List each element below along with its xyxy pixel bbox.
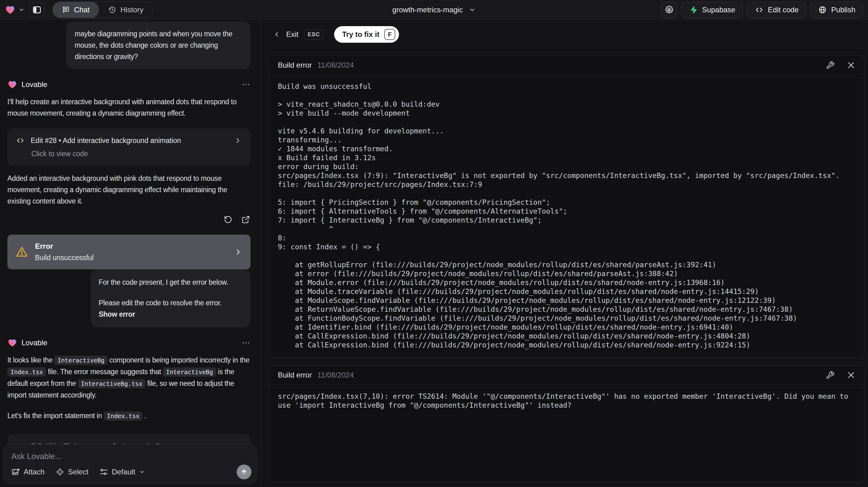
build-error-header: Build error 11/08/2024: [269, 366, 864, 385]
more-options-icon[interactable]: [241, 338, 250, 347]
error-card[interactable]: Error Build unsuccessful: [7, 235, 250, 269]
error-cards-column: Build error 11/08/2024 Build was unsucce…: [269, 55, 864, 483]
gear-icon: [665, 5, 674, 14]
user-message: maybe diagramming points and when you mo…: [66, 22, 250, 69]
mode-dropdown[interactable]: Default: [100, 468, 145, 476]
open-preview-icon[interactable]: [241, 215, 250, 224]
lovable-app-window: Chat History growth-metrics-magic: [0, 0, 868, 487]
project-selector[interactable]: growth-metrics-magic: [392, 5, 475, 14]
assistant-text: It looks like the InteractiveBg componen…: [7, 355, 250, 401]
build-error-date: 11/08/2024: [317, 371, 354, 379]
chat-history-toggle: Chat History: [52, 2, 153, 18]
select-button[interactable]: Select: [56, 468, 89, 476]
fix-label: Try to fix it: [342, 30, 379, 39]
composer: Ask Lovable... Attach Select: [3, 444, 257, 484]
edit-card-subtitle: Click to view code: [31, 150, 242, 158]
tab-history-label: History: [121, 5, 144, 14]
project-name: growth-metrics-magic: [392, 5, 463, 14]
user-message: For the code present, I get the error be…: [91, 269, 250, 328]
error-card-texts: Error Build unsuccessful: [35, 242, 94, 262]
build-error-actions: [826, 371, 856, 379]
crosshair-icon: [56, 468, 64, 476]
build-error-actions: [826, 61, 856, 69]
try-to-fix-button[interactable]: Try to fix it F: [334, 26, 399, 43]
inline-code: InteractiveBg: [163, 367, 216, 377]
sidebar-toggle-button[interactable]: [30, 2, 44, 17]
chat-bubble-icon: [62, 6, 70, 14]
sliders-icon: [100, 468, 108, 476]
fix-wrench-icon[interactable]: [826, 371, 835, 379]
publish-button[interactable]: Publish: [810, 2, 863, 18]
close-icon[interactable]: [847, 371, 856, 379]
chat-input[interactable]: Ask Lovable...: [11, 452, 249, 461]
spacer: [99, 288, 243, 297]
lovable-heart-icon: [5, 5, 16, 15]
chat-scroll-area[interactable]: maybe diagramming points and when you mo…: [0, 20, 260, 472]
top-bar-right: Supabase Edit code Publish: [661, 2, 868, 18]
lovable-heart-icon: [7, 80, 17, 89]
more-options-icon[interactable]: [241, 80, 250, 89]
build-error-card-1: Build error 11/08/2024 Build was unsucce…: [269, 55, 864, 357]
user-message-line: For the code present, I get the error be…: [99, 277, 243, 288]
supabase-button[interactable]: Supabase: [681, 2, 743, 18]
top-bar: Chat History growth-metrics-magic: [0, 0, 868, 20]
assistant-name: Lovable: [22, 338, 47, 347]
code-brackets-icon: [16, 136, 25, 145]
assistant-text: I'll help create an interactive backgrou…: [7, 96, 250, 119]
build-log: src/pages/Index.tsx(7,10): error TS2614:…: [269, 385, 864, 417]
lovable-heart-icon: [7, 338, 17, 348]
attach-button[interactable]: Attach: [11, 468, 44, 476]
attach-label: Attach: [24, 468, 44, 476]
tab-history[interactable]: History: [99, 2, 153, 18]
inline-code: InteractiveBg: [54, 356, 107, 365]
lovable-logo-menu[interactable]: [5, 5, 25, 15]
build-error-date: 11/08/2024: [317, 61, 354, 69]
image-plus-icon: [11, 468, 20, 476]
edit-card-head: Edit #28 • Add interactive background an…: [16, 136, 242, 145]
chevron-right-icon: [234, 248, 243, 256]
supabase-bolt-icon: [689, 5, 698, 14]
build-error-card-2: Build error 11/08/2024 src/pages/Index.t…: [269, 365, 864, 483]
edit-code-label: Edit code: [768, 5, 799, 14]
retry-icon[interactable]: [223, 215, 233, 224]
esc-kbd-badge: ESC: [304, 30, 324, 40]
history-icon: [108, 6, 116, 14]
chevron-left-icon: [273, 31, 281, 38]
tab-chat[interactable]: Chat: [53, 2, 99, 18]
select-label: Select: [68, 468, 89, 476]
edit-card-28[interactable]: Edit #28 • Add interactive background an…: [7, 128, 250, 166]
assistant-text: Added an interactive background with pin…: [7, 173, 250, 207]
user-message-line: Please edit the code to resolve the erro…: [99, 297, 243, 309]
chevron-right-icon: [234, 136, 242, 145]
assistant-message-header: Lovable: [7, 338, 250, 348]
send-button[interactable]: [237, 464, 251, 479]
mode-label: Default: [112, 468, 135, 476]
exit-label: Exit: [286, 30, 299, 39]
inline-code: InteractiveBg.tsx: [78, 379, 145, 388]
message-actions: [7, 215, 250, 224]
exit-button[interactable]: Exit ESC: [273, 30, 324, 40]
chevron-down-icon: [469, 6, 476, 13]
assistant-message-header: Lovable: [7, 80, 250, 89]
preview-header: Exit ESC Try to fix it F: [261, 26, 868, 43]
show-error-label: Show error: [99, 309, 243, 320]
panel-left-icon: [32, 5, 41, 14]
error-card-title: Error: [35, 242, 94, 250]
publish-label: Publish: [831, 5, 856, 14]
build-error-title: Build error: [278, 61, 312, 69]
warning-triangle-icon: [16, 246, 28, 258]
inline-code: Index.tsx: [7, 367, 46, 377]
settings-button[interactable]: [661, 2, 677, 18]
chat-panel: maybe diagramming points and when you mo…: [0, 20, 261, 487]
edit-code-button[interactable]: Edit code: [747, 2, 806, 18]
assistant-text: Let's fix the import statement in Index.…: [7, 410, 250, 422]
error-card-subtitle: Build unsuccessful: [35, 254, 94, 262]
close-icon[interactable]: [847, 61, 856, 69]
chevron-down-icon: [139, 469, 145, 475]
supabase-label: Supabase: [702, 5, 735, 14]
assistant-name: Lovable: [22, 80, 47, 89]
chevron-down-icon: [19, 7, 25, 13]
fix-wrench-icon[interactable]: [826, 61, 835, 69]
composer-toolbar: Attach Select Default: [11, 464, 251, 479]
inline-code: Index.tsx: [104, 412, 143, 421]
